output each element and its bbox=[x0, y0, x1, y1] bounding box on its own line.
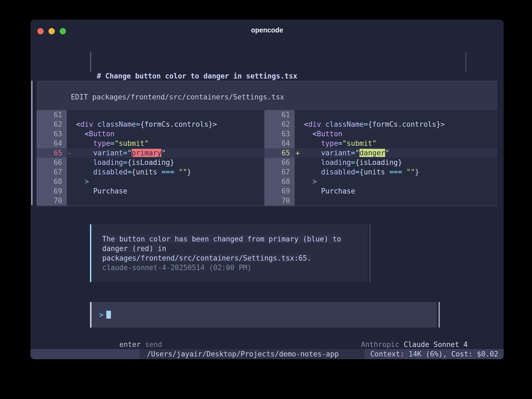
text-cursor bbox=[106, 311, 111, 319]
assistant-message-line: The button color has been changed from p… bbox=[102, 234, 368, 244]
diff-row: 63 <Button bbox=[37, 129, 264, 139]
code-line: loading={isLoading} bbox=[67, 158, 264, 167]
line-number: 66 bbox=[264, 158, 295, 167]
code-line: disabled={units === ""} bbox=[295, 167, 497, 177]
diff-row: 62 <div className={formCs.controls}> bbox=[37, 120, 264, 129]
working-directory: /Users/jayair/Desktop/Projects/demo-note… bbox=[140, 349, 365, 359]
provider-label: Anthropic bbox=[361, 340, 399, 349]
code-line: type="submit" bbox=[295, 139, 497, 148]
line-number: 62 bbox=[264, 120, 295, 129]
code-line: > bbox=[295, 177, 497, 186]
line-number: 70 bbox=[37, 196, 67, 205]
assistant-message-line: packages/frontend/src/containers/Setting… bbox=[102, 253, 368, 263]
code-line: loading={isLoading} bbox=[295, 158, 497, 167]
diff-row: 63 <Button bbox=[264, 129, 497, 139]
prompt-input[interactable]: > bbox=[90, 302, 437, 328]
window-title: opencode bbox=[31, 26, 504, 34]
diff-row: 68 > bbox=[264, 177, 497, 186]
line-number: 68 bbox=[37, 177, 67, 186]
diff-row: 61 bbox=[264, 110, 497, 120]
line-number: 66 bbox=[37, 158, 67, 167]
line-number: 69 bbox=[37, 186, 67, 196]
code-line: type="submit" bbox=[67, 139, 264, 148]
opencode-terminal-window: opencode # Change button color to danger… bbox=[31, 20, 504, 359]
diff-row: 65- variant="primary" bbox=[37, 148, 264, 158]
line-number: 65 bbox=[264, 148, 295, 158]
line-number: 64 bbox=[37, 139, 67, 148]
code-line: > bbox=[67, 177, 264, 186]
code-line: <div className={formCs.controls}> bbox=[67, 120, 264, 129]
line-number: 67 bbox=[37, 167, 67, 177]
status-bar: opencodev0.1.156 /Users/jayair/Desktop/P… bbox=[31, 349, 504, 359]
enter-key-hint: enter bbox=[119, 340, 141, 349]
diff-row: 66 loading={isLoading} bbox=[37, 158, 264, 167]
line-number: 61 bbox=[37, 110, 67, 120]
line-number: 61 bbox=[264, 110, 295, 120]
diff-row: 65+ variant="danger" bbox=[264, 148, 497, 158]
diff-view: 6162 <div className={formCs.controls}>63… bbox=[37, 110, 497, 205]
app-version-segment: opencodev0.1.156 bbox=[31, 349, 140, 359]
line-number: 69 bbox=[264, 186, 295, 196]
diff-pane-before: 6162 <div className={formCs.controls}>63… bbox=[37, 110, 264, 205]
edit-action-label: EDIT bbox=[71, 93, 88, 101]
scrollbar-thumb[interactable] bbox=[31, 81, 32, 205]
diff-row: 69 Purchase bbox=[264, 186, 497, 196]
code-line: Purchase bbox=[295, 186, 497, 196]
assistant-message-right-bar bbox=[369, 224, 371, 282]
diff-pane-after: 6162 <div className={formCs.controls}>63… bbox=[264, 110, 497, 205]
code-line bbox=[67, 110, 264, 120]
diff-row: 67 disabled={units === ""} bbox=[37, 167, 264, 177]
line-number: 62 bbox=[37, 120, 67, 129]
code-line: Purchase bbox=[67, 186, 264, 196]
edit-diff-panel: EDITpackages/frontend/src/containers/Set… bbox=[37, 81, 497, 207]
code-line: + variant="danger" bbox=[295, 148, 497, 158]
diff-row: 61 bbox=[37, 110, 264, 120]
line-number: 67 bbox=[264, 167, 295, 177]
line-number: 68 bbox=[264, 177, 295, 186]
diff-row: 67 disabled={units === ""} bbox=[264, 167, 497, 177]
desktop: { "window": {"title": "opencode"}, "user… bbox=[0, 0, 532, 399]
code-line: <Button bbox=[67, 129, 264, 139]
input-prompt-symbol: > bbox=[99, 311, 104, 319]
assistant-message-meta: claude-sonnet-4-20250514 (02:00 PM) bbox=[102, 263, 368, 273]
line-number: 63 bbox=[37, 129, 67, 139]
code-line: - variant="primary" bbox=[67, 148, 264, 158]
line-number: 70 bbox=[264, 196, 295, 205]
code-line bbox=[67, 196, 264, 205]
line-number: 63 bbox=[264, 129, 295, 139]
code-line bbox=[295, 110, 497, 120]
code-line: <Button bbox=[295, 129, 497, 139]
assistant-message-line: danger (red) in bbox=[102, 244, 368, 253]
code-line bbox=[295, 196, 497, 205]
user-prompt-heading: # Change button color to danger in setti… bbox=[97, 71, 465, 81]
edit-file-path: packages/frontend/src/containers/Setting… bbox=[92, 93, 284, 101]
diff-row: 70 bbox=[264, 196, 497, 205]
input-hints-row: entersend AnthropicClaude Sonnet 4 bbox=[94, 330, 468, 340]
diff-row: 64 type="submit" bbox=[264, 139, 497, 148]
diff-row: 66 loading={isLoading} bbox=[264, 158, 497, 167]
input-right-bar bbox=[439, 302, 440, 328]
context-cost-indicator: Context: 14K (6%), Cost: $0.02 bbox=[365, 349, 504, 359]
line-number: 64 bbox=[264, 139, 295, 148]
code-line: <div className={formCs.controls}> bbox=[295, 120, 497, 129]
user-prompt-block: # Change button color to danger in setti… bbox=[90, 52, 467, 72]
assistant-message: The button color has been changed from p… bbox=[90, 224, 368, 282]
send-action-hint: send bbox=[145, 340, 162, 349]
diff-row: 69 Purchase bbox=[37, 186, 264, 196]
model-indicator[interactable]: AnthropicClaude Sonnet 4 bbox=[335, 330, 468, 340]
diff-row: 68 > bbox=[37, 177, 264, 186]
diff-row: 70 bbox=[37, 196, 264, 205]
diff-row: 64 type="submit" bbox=[37, 139, 264, 148]
line-number: 65 bbox=[37, 148, 67, 158]
code-line: disabled={units === ""} bbox=[67, 167, 264, 177]
model-label: Claude Sonnet 4 bbox=[404, 340, 468, 349]
send-hint: entersend bbox=[94, 330, 162, 340]
diff-row: 62 <div className={formCs.controls}> bbox=[264, 120, 497, 129]
edit-header: EDITpackages/frontend/src/containers/Set… bbox=[37, 81, 497, 111]
